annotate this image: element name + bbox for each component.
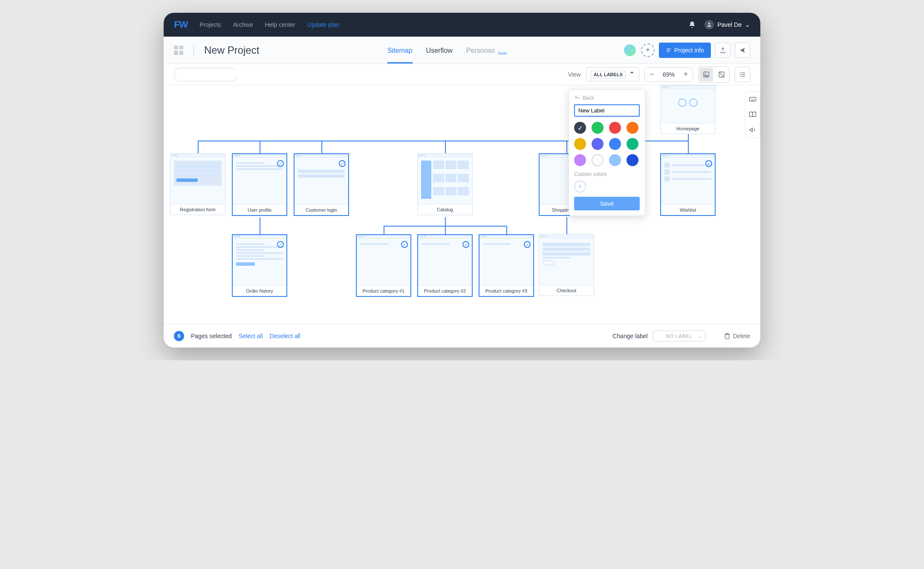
search-box[interactable] [174,68,238,81]
label-name-input[interactable] [574,104,640,117]
card-catalog[interactable]: Catalog [417,153,473,215]
card-order-history[interactable]: ✓ Order history [232,234,287,297]
card-label: Registration form [170,204,225,215]
card-customer-login[interactable]: ✓ Customer login [294,153,349,216]
card-user-profile[interactable]: ✓ User profile [232,153,287,216]
notifications-icon[interactable] [688,21,696,29]
select-all-button[interactable]: Select all [239,333,263,339]
card-label: Homepage [661,123,715,134]
delete-label: Delete [733,333,750,339]
card-chrome [170,154,225,157]
user-avatar-icon [705,20,714,29]
color-swatch-darkblue[interactable] [627,154,638,166]
card-product-category-1[interactable]: ✓ Product category #1 [356,234,411,297]
color-swatch-white[interactable] [592,154,603,166]
keyboard-icon[interactable] [745,92,760,107]
card-product-category-2[interactable]: ✓ Product category #2 [417,234,473,297]
connector [445,217,446,226]
book-icon[interactable] [745,107,760,122]
color-swatch-teal[interactable] [627,138,638,150]
color-swatch-lightblue[interactable] [609,154,621,166]
connector [445,141,446,153]
project-header: New Project Sitemap Userflow Personas So… [164,37,760,64]
image-off-button[interactable] [715,68,728,81]
svg-rect-13 [742,76,745,76]
share-button[interactable] [735,43,750,58]
add-custom-color-button[interactable]: + [574,181,586,193]
selected-check-icon: ✓ [462,241,469,248]
label-popup: Back ✓ Custom colors + Save [569,89,645,216]
collaborator-avatar[interactable] [623,43,637,57]
add-collaborator-button[interactable]: + [641,43,655,57]
card-homepage[interactable]: Homepage [660,85,716,134]
svg-point-6 [705,73,706,74]
card-product-category-3[interactable]: ✓ Product category #3 [479,234,534,297]
connector [506,226,507,234]
connector [566,141,567,153]
card-chrome [295,154,348,158]
export-button[interactable] [715,43,731,58]
change-label-text: Change label [612,333,648,339]
deselect-all-button[interactable]: Deselect all [270,333,300,339]
pages-selected-label: Pages selected [191,333,232,339]
color-swatch-indigo[interactable] [592,138,603,150]
color-swatch-yellow[interactable] [574,138,586,150]
connector [321,141,322,153]
svg-rect-2 [667,50,670,50]
soon-badge: Soon [498,51,507,55]
selected-check-icon: ✓ [401,241,408,248]
apps-icon[interactable] [174,46,183,55]
zoom-value: 69% [658,71,679,78]
color-swatch-green[interactable] [592,122,603,134]
project-title: New Project [204,44,259,56]
card-wishlist[interactable]: ✓ Wishlist [660,153,716,216]
svg-rect-8 [740,72,741,73]
labels-dropdown[interactable]: ALL LABELS ⌃ [586,67,639,81]
image-view-button[interactable] [699,68,713,81]
labels-dropdown-text: ALL LABELS [591,71,626,78]
tab-personas-label: Personas [466,47,495,54]
list-view-button[interactable] [735,67,750,82]
save-label-button[interactable]: Save [574,197,640,210]
tab-sitemap[interactable]: Sitemap [387,47,413,63]
search-input[interactable] [179,71,251,78]
connector [384,226,384,234]
color-swatch-purple[interactable] [574,154,586,166]
color-swatch-blue[interactable] [609,138,621,150]
nav-projects[interactable]: Projects [199,21,221,28]
popup-back-button[interactable]: Back [574,95,640,101]
svg-rect-9 [742,72,745,73]
color-swatch-red[interactable] [609,122,621,134]
project-info-button[interactable]: Project info [659,43,711,58]
selected-check-icon: ✓ [339,160,346,167]
back-arrow-icon [574,95,580,101]
card-registration-form[interactable]: Registration form [170,153,225,215]
selected-check-icon: ✓ [277,241,284,248]
selection-footer: 6 Pages selected Select all Deselect all… [164,324,760,348]
megaphone-icon[interactable] [745,122,760,138]
card-chrome [539,235,594,238]
color-swatch-dark[interactable]: ✓ [574,122,586,134]
nav-archive[interactable]: Archive [233,21,253,28]
label-select-value: NO LABEL [666,333,693,339]
svg-rect-10 [740,74,741,75]
sitemap-canvas[interactable]: Homepage Registration form ✓ User profil… [164,85,760,324]
delete-button[interactable]: Delete [724,333,750,339]
card-chrome [661,86,715,89]
connector [260,217,260,234]
user-menu[interactable]: Pavel De ⌄ [705,20,750,29]
color-swatch-orange[interactable] [627,122,638,134]
card-checkout[interactable]: Checkout [539,234,594,296]
nav-help-center[interactable]: Help center [265,21,295,28]
nav-update-plan[interactable]: Update plan [307,21,340,28]
card-chrome [418,154,472,157]
label-select[interactable]: NO LABEL ⌄ [653,330,706,342]
connector [688,141,689,153]
color-grid: ✓ [574,122,640,166]
card-label: Catalog [418,204,472,215]
tab-personas[interactable]: Personas Soon [466,47,495,63]
zoom-in-button[interactable]: + [679,68,693,81]
zoom-out-button[interactable]: − [645,68,658,81]
tab-userflow[interactable]: Userflow [426,47,453,63]
card-chrome [233,235,286,239]
